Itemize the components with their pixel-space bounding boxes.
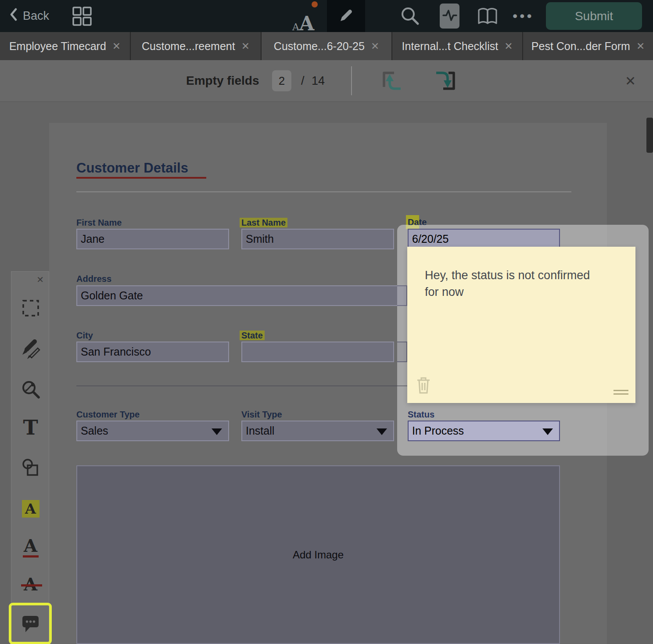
close-annotation-toolbar-button[interactable]: ✕ <box>36 274 44 285</box>
dashed-selection-icon <box>22 299 39 319</box>
chevron-down-icon <box>377 428 387 435</box>
comment-bubble-icon <box>20 613 40 635</box>
search-icon <box>399 5 420 28</box>
pulse-icon <box>441 8 458 25</box>
ellipsis-icon: ••• <box>513 8 534 24</box>
city-field[interactable]: San Francisco <box>76 342 229 362</box>
tab-pest-control-form[interactable]: Pest Con...der Form ✕ <box>523 32 653 60</box>
tab-close-icon[interactable]: ✕ <box>504 40 513 52</box>
marker-pencil-icon <box>20 338 41 361</box>
tab-label: Pest Con...der Form <box>531 40 630 53</box>
highlight-tool-icon: A <box>22 500 39 518</box>
divider <box>76 191 571 192</box>
chevron-down-icon <box>212 428 222 435</box>
inspect-tool-button[interactable] <box>11 380 50 401</box>
forms-grid-button[interactable] <box>72 6 92 28</box>
tab-internal-checklist[interactable]: Internal...t Checklist ✕ <box>392 32 522 60</box>
customer-type-label: Customer Type <box>76 408 140 421</box>
note-resize-handle[interactable] <box>614 390 628 397</box>
tab-label: Custome...6-20-25 <box>274 40 365 53</box>
previous-empty-field-button[interactable] <box>380 70 405 93</box>
back-chevron-icon <box>10 8 18 24</box>
last-name-label: Last Name <box>241 216 287 229</box>
delete-note-button[interactable] <box>416 377 431 396</box>
strikethrough-tool-icon: A <box>24 576 37 593</box>
text-tool-icon: T <box>23 416 38 439</box>
state-label: State <box>241 329 265 342</box>
empty-fields-current: 2 <box>272 70 291 91</box>
chevron-down-icon <box>542 428 553 435</box>
form-tab-bar: Employee Timecard ✕ Custome...reement ✕ … <box>0 32 653 60</box>
status-label: Status <box>408 408 434 421</box>
empty-fields-label: Empty fields <box>186 60 259 101</box>
divider <box>351 66 352 95</box>
tab-label: Employee Timecard <box>9 40 106 53</box>
last-name-field[interactable]: Smith <box>241 229 394 249</box>
tab-close-icon[interactable]: ✕ <box>241 40 250 52</box>
city-label: City <box>76 329 93 342</box>
empty-fields-bar: Empty fields 2 / 14 ✕ <box>0 60 653 102</box>
pen-tool-button[interactable] <box>11 338 50 361</box>
app-screen: Back A A <box>0 0 653 644</box>
text-size-badge-dot <box>312 1 318 7</box>
more-options-button[interactable]: ••• <box>513 0 534 32</box>
annotation-toolbar: ✕ <box>11 271 49 644</box>
date-field[interactable]: 6/20/25 <box>408 229 560 249</box>
form-section-title: Customer Details <box>76 160 188 176</box>
status-dropdown[interactable]: In Process <box>408 421 560 441</box>
visit-type-label: Visit Type <box>241 408 282 421</box>
zip-field-fragment <box>397 342 407 362</box>
text-size-small-letter: A <box>292 22 299 32</box>
tab-customer-6-20-25[interactable]: Custome...6-20-25 ✕ <box>262 32 391 60</box>
reference-button[interactable] <box>477 6 499 28</box>
trash-icon <box>416 388 431 396</box>
scrollbar-thumb[interactable] <box>646 118 653 153</box>
empty-fields-total: 14 <box>312 60 325 101</box>
prev-empty-field-icon <box>380 70 405 93</box>
book-icon <box>477 6 499 28</box>
draw-tool-button[interactable] <box>327 0 365 32</box>
selection-tool-button[interactable] <box>11 299 50 319</box>
sticky-note[interactable]: Hey, the status is not confirmed for now <box>407 247 635 403</box>
first-name-field[interactable]: Jane <box>76 229 229 249</box>
submit-button[interactable]: Submit <box>546 2 642 30</box>
underline-tool-icon: A <box>23 537 39 558</box>
divider <box>76 385 446 386</box>
tab-close-icon[interactable]: ✕ <box>371 40 379 52</box>
tab-label: Internal...t Checklist <box>402 40 499 53</box>
grid-icon <box>72 6 92 28</box>
search-button[interactable] <box>399 5 420 28</box>
first-name-label: First Name <box>76 216 122 229</box>
shapes-icon <box>22 458 40 479</box>
strikethrough-tool-button[interactable]: A <box>11 576 50 593</box>
pencil-icon <box>337 7 355 26</box>
text-tool-button[interactable]: T <box>11 416 50 439</box>
tab-employee-timecard[interactable]: Employee Timecard ✕ <box>0 32 130 60</box>
empty-fields-separator: / <box>301 60 305 101</box>
magnifier-pen-icon <box>21 380 40 401</box>
state-field[interactable] <box>241 342 394 362</box>
next-empty-field-icon <box>432 70 457 93</box>
top-toolbar: Back A A <box>0 0 653 32</box>
underline-tool-button[interactable]: A <box>11 537 50 558</box>
back-button[interactable]: Back <box>10 0 49 32</box>
next-empty-field-button[interactable] <box>432 70 457 93</box>
title-underline <box>76 177 206 179</box>
tab-close-icon[interactable]: ✕ <box>636 40 645 52</box>
add-image-button[interactable]: Add Image <box>76 465 560 644</box>
text-size-large-letter: A <box>299 15 314 32</box>
shapes-tool-button[interactable] <box>11 458 50 479</box>
address-label: Address <box>76 273 111 285</box>
customer-type-dropdown[interactable]: Sales <box>76 421 229 441</box>
visit-type-dropdown[interactable]: Install <box>241 421 394 441</box>
address-field[interactable]: Golden Gate <box>76 285 445 306</box>
tab-close-icon[interactable]: ✕ <box>112 40 121 52</box>
sticky-note-text[interactable]: Hey, the status is not confirmed for now <box>425 267 596 300</box>
close-empty-fields-bar-button[interactable]: ✕ <box>625 60 636 101</box>
back-label: Back <box>23 9 49 23</box>
comment-tool-button[interactable] <box>9 603 52 644</box>
highlight-tool-button[interactable]: A <box>11 500 50 518</box>
tab-customer-agreement[interactable]: Custome...reement ✕ <box>131 32 261 60</box>
activity-button[interactable] <box>440 4 459 29</box>
tab-label: Custome...reement <box>142 40 235 53</box>
